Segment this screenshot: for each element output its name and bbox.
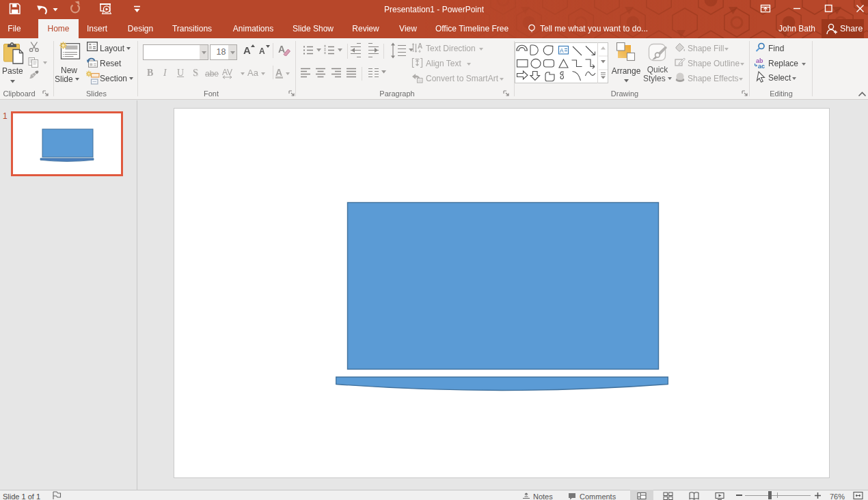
svg-text:A: A xyxy=(418,42,422,50)
svg-text:A: A xyxy=(560,47,564,54)
svg-text:ac: ac xyxy=(758,63,765,69)
